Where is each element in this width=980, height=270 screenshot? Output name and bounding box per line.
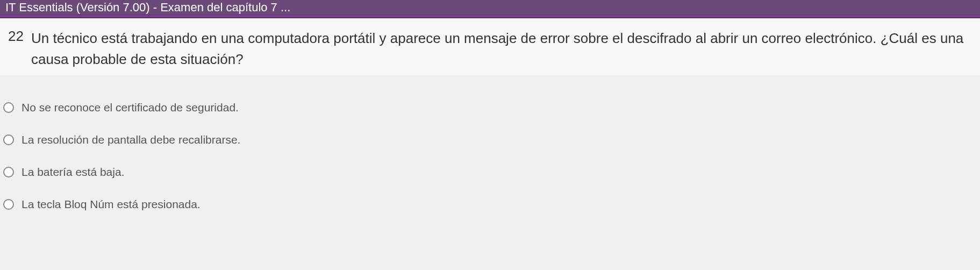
option-row[interactable]: No se reconoce el certificado de segurid… <box>3 91 980 124</box>
option-row[interactable]: La tecla Bloq Núm está presionada. <box>3 188 980 221</box>
option-label: La tecla Bloq Núm está presionada. <box>22 198 201 211</box>
header-bar: IT Essentials (Versión 7.00) - Examen de… <box>0 0 980 15</box>
radio-icon[interactable] <box>3 199 14 210</box>
radio-icon[interactable] <box>3 134 14 145</box>
options-list: No se reconoce el certificado de segurid… <box>0 91 980 221</box>
option-label: La resolución de pantalla debe recalibra… <box>22 133 240 146</box>
question-text: Un técnico está trabajando en una comput… <box>31 28 969 70</box>
radio-icon[interactable] <box>3 102 14 113</box>
question-block: 22 Un técnico está trabajando en una com… <box>0 18 980 75</box>
radio-icon[interactable] <box>3 167 14 177</box>
header-title: IT Essentials (Versión 7.00) - Examen de… <box>5 1 290 14</box>
option-row[interactable]: La resolución de pantalla debe recalibra… <box>3 124 980 156</box>
question-row: 22 Un técnico está trabajando en una com… <box>5 28 969 70</box>
question-number: 22 <box>5 28 24 45</box>
option-row[interactable]: La batería está baja. <box>3 156 980 188</box>
option-label: La batería está baja. <box>22 166 124 179</box>
option-label: No se reconoce el certificado de segurid… <box>22 101 239 114</box>
